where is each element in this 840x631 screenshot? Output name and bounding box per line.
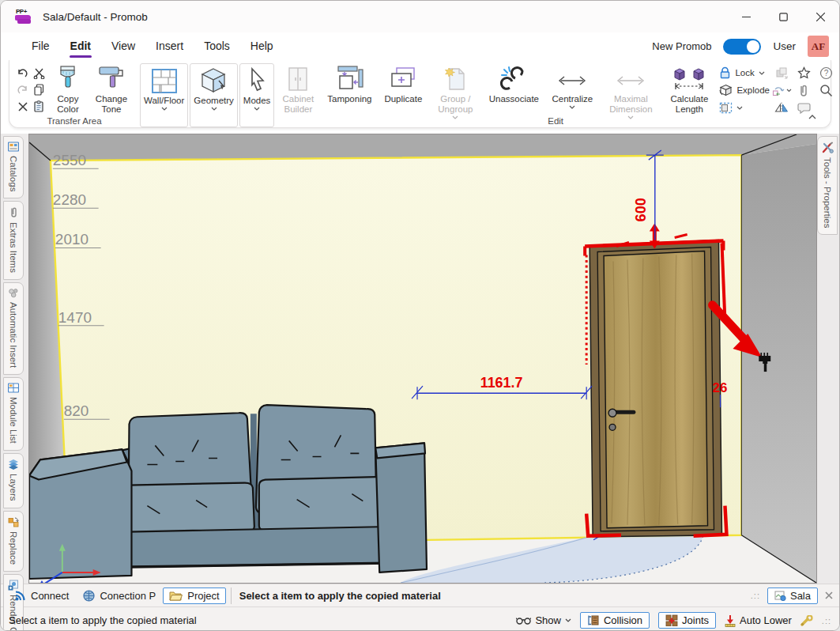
chevron-down-icon xyxy=(736,106,743,110)
favorite-button[interactable] xyxy=(794,64,814,81)
menu-help[interactable]: Help xyxy=(240,37,284,56)
sidebar-tab-replace[interactable]: Replace xyxy=(3,511,24,572)
change-tone-button[interactable]: Change Tone xyxy=(89,63,134,115)
right-tab-strip: Tools - Properties xyxy=(817,134,839,584)
promob-window: PP+ Sala/Default - Promob File Edit View… xyxy=(0,0,840,631)
star-icon xyxy=(797,66,811,79)
cabinet-icon xyxy=(287,66,309,93)
right-wall[interactable] xyxy=(741,144,816,583)
collision-button[interactable]: Collision xyxy=(580,612,650,629)
joints-button[interactable]: Joints xyxy=(658,612,716,629)
calculate-length-button[interactable]: Calculate Length xyxy=(662,63,716,115)
attach-button[interactable] xyxy=(794,81,814,99)
joints-icon xyxy=(665,614,678,626)
collision-icon xyxy=(587,614,600,626)
copy-button[interactable] xyxy=(32,82,47,97)
help-icon: ? xyxy=(819,66,833,80)
user-label[interactable]: User xyxy=(773,40,796,52)
maximize-button[interactable] xyxy=(765,1,802,32)
cube-icon xyxy=(199,67,229,94)
menu-file[interactable]: File xyxy=(21,37,60,56)
wall-floor-button[interactable]: Wall/Floor xyxy=(140,63,188,127)
scene-tab-sala[interactable]: Sala xyxy=(767,588,818,604)
avatar[interactable]: AF xyxy=(808,36,829,57)
mirror-button[interactable] xyxy=(772,99,792,116)
sidebar-tab-extras-items[interactable]: Extras Items xyxy=(3,201,24,280)
project-tab[interactable]: Project xyxy=(163,588,225,604)
svg-text:?: ? xyxy=(824,69,829,77)
cursor-arrow-icon xyxy=(247,67,267,94)
tools-icon xyxy=(822,142,834,153)
delete-button[interactable] xyxy=(15,99,30,114)
explode-button[interactable]: Explode xyxy=(719,81,770,99)
measure-cubes-icon xyxy=(672,66,706,93)
swap-position-button[interactable] xyxy=(772,81,792,99)
wrench-icon[interactable] xyxy=(800,615,813,626)
lock-button[interactable]: Lock xyxy=(719,64,770,81)
show-dropdown[interactable]: Show xyxy=(516,614,571,626)
help-button[interactable]: ? xyxy=(816,64,836,81)
close-scene-icon[interactable] xyxy=(825,591,833,599)
copy-color-button[interactable]: Copy Color xyxy=(47,63,89,115)
window-title: Sala/Default - Promob xyxy=(43,11,148,23)
transfer-area-group-label: Transfer Area xyxy=(14,116,134,126)
sidebar-tab-catalogs[interactable]: Catalogs xyxy=(3,136,24,198)
broken-chain-icon xyxy=(499,66,528,93)
group-edit: Cabinet Builder Tamponing xyxy=(275,62,836,127)
redo-button[interactable] xyxy=(15,82,30,97)
auto-lower-button[interactable]: Auto Lower xyxy=(725,614,792,627)
sidebar-tab-module-list[interactable]: Module List xyxy=(3,377,24,451)
modes-button[interactable]: Modes xyxy=(239,63,275,127)
svg-text:2010: 2010 xyxy=(55,231,89,247)
conection-tab[interactable]: Conection P xyxy=(76,588,163,603)
centralize-button[interactable]: Centralize xyxy=(545,63,599,110)
sidebar-tab-tools-properties[interactable]: Tools - Properties xyxy=(817,136,838,235)
svg-text:2550: 2550 xyxy=(53,152,86,168)
new-promob-toggle[interactable] xyxy=(723,39,761,55)
undo-button[interactable] xyxy=(15,66,30,81)
sidebar-tab-layers[interactable]: Layers xyxy=(3,453,24,508)
duplicate-button[interactable]: Duplicate xyxy=(378,63,428,105)
selection-options-button[interactable] xyxy=(719,99,770,116)
geometry-button[interactable]: Geometry xyxy=(190,63,238,127)
left-tab-strip: Catalogs Extras Items Automatic Insert M… xyxy=(1,134,28,584)
paste-button[interactable] xyxy=(32,99,47,114)
cut-button[interactable] xyxy=(32,66,47,81)
bottom-dock-bar: Connect Conection P Project Select a ite… xyxy=(1,584,839,606)
duplicate-icon xyxy=(389,66,417,93)
status-message: Select a item to apply the copied materi… xyxy=(9,614,197,626)
chevron-down-icon xyxy=(569,105,575,109)
search-button[interactable] xyxy=(816,81,836,99)
unassociate-button[interactable]: Unassociate xyxy=(482,63,545,105)
glasses-icon xyxy=(516,616,531,625)
stacked-squares-icon xyxy=(775,66,789,79)
minimize-button[interactable] xyxy=(728,1,765,32)
close-button[interactable] xyxy=(802,1,839,32)
chevron-down-icon xyxy=(759,71,765,75)
menu-tools[interactable]: Tools xyxy=(194,37,240,56)
resize-grip[interactable]: .:: xyxy=(822,616,831,625)
automatic-insert-icon xyxy=(8,288,19,298)
ribbon: Copy Color Change Tone Transfer Area Wal… xyxy=(9,60,831,128)
redo-icon xyxy=(17,84,28,96)
app-badge: PP+ xyxy=(16,8,27,15)
cabinet-builder-button[interactable]: Cabinet Builder xyxy=(275,63,321,115)
group-ungroup-button[interactable]: Group / Ungroup xyxy=(428,63,482,120)
layers-icon xyxy=(8,459,19,470)
arrange-copies-button[interactable] xyxy=(772,64,792,81)
collapse-ribbon-button[interactable] xyxy=(808,108,816,123)
tamponing-button[interactable]: Tamponing xyxy=(321,63,378,105)
scene-viewport[interactable]: 2550 2280 2010 1470 820 xyxy=(28,134,817,584)
maximal-dimension-button[interactable]: Maximal Dimension xyxy=(599,63,662,120)
brick-wall-icon xyxy=(151,68,178,94)
ribbon-area: Copy Color Change Tone Transfer Area Wal… xyxy=(1,60,839,134)
sidebar-tab-automatic-insert[interactable]: Automatic Insert xyxy=(3,282,24,375)
connect-tab[interactable]: Connect xyxy=(7,588,76,603)
menu-view[interactable]: View xyxy=(101,37,145,56)
dimension-horizontal: 1161.7 xyxy=(480,375,523,391)
resize-grip[interactable]: .:: xyxy=(751,591,760,600)
svg-text:2280: 2280 xyxy=(53,191,86,208)
menu-insert[interactable]: Insert xyxy=(145,37,194,56)
door[interactable] xyxy=(585,223,726,536)
menu-edit[interactable]: Edit xyxy=(60,37,101,56)
